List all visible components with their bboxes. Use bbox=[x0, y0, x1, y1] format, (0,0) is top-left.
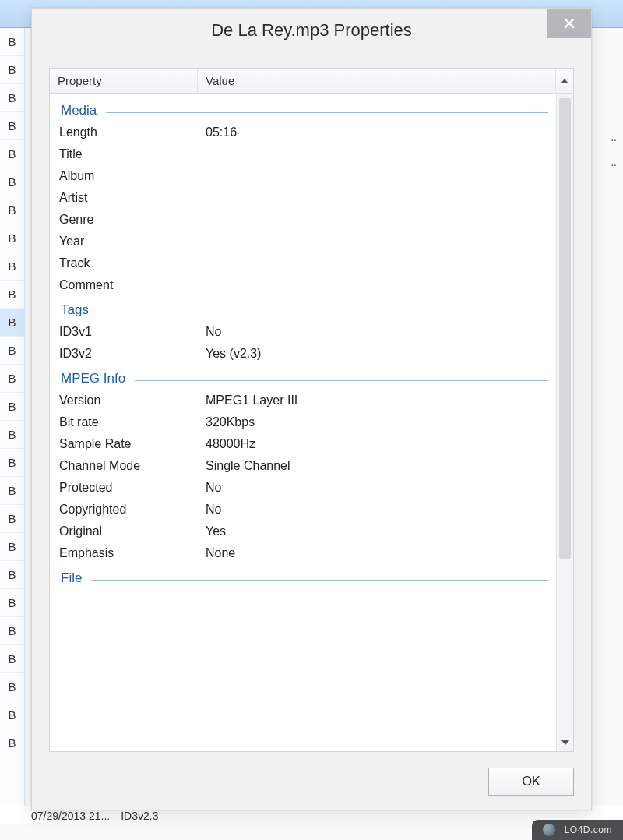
watermark-text: LO4D.com bbox=[565, 824, 612, 835]
property-row[interactable]: Bit rate320Kbps bbox=[50, 411, 556, 433]
property-row[interactable]: VersionMPEG1 Layer III bbox=[50, 390, 556, 411]
section-divider bbox=[91, 580, 548, 581]
parent-list-item: B bbox=[0, 421, 24, 449]
property-row[interactable]: Channel ModeSingle Channel bbox=[50, 455, 556, 477]
property-name: Channel Mode bbox=[58, 459, 206, 473]
parent-list-item: B bbox=[0, 449, 24, 477]
property-name: Emphasis bbox=[58, 546, 206, 560]
section-divider bbox=[98, 312, 548, 312]
globe-icon bbox=[543, 824, 555, 836]
parent-list-item: B bbox=[0, 337, 24, 365]
dialog-titlebar[interactable]: De La Rey.mp3 Properties bbox=[32, 9, 591, 52]
section-header[interactable]: MPEG Info bbox=[50, 365, 556, 390]
chevron-up-icon bbox=[561, 79, 568, 83]
property-value bbox=[206, 191, 548, 205]
parent-list-item: B bbox=[0, 252, 24, 281]
section-divider bbox=[106, 112, 548, 113]
section-header[interactable]: File bbox=[50, 564, 556, 589]
parent-row-date: 07/29/2013 21... bbox=[31, 810, 110, 822]
section-header[interactable]: Tags bbox=[50, 296, 556, 321]
property-row[interactable]: Artist bbox=[50, 187, 556, 209]
section-title: Media bbox=[61, 103, 97, 118]
property-row[interactable]: ProtectedNo bbox=[50, 477, 556, 499]
close-button[interactable] bbox=[547, 9, 591, 38]
property-name: Version bbox=[58, 394, 206, 408]
property-value: No bbox=[206, 325, 548, 339]
property-name: ID3v1 bbox=[58, 325, 206, 339]
scroll-up-button[interactable] bbox=[556, 69, 573, 93]
parent-list-item: B bbox=[0, 28, 24, 56]
properties-dialog: De La Rey.mp3 Properties Property Value … bbox=[31, 8, 592, 810]
watermark: LO4D.com bbox=[532, 820, 623, 840]
vertical-scrollbar[interactable] bbox=[556, 94, 573, 751]
property-row[interactable]: ID3v1No bbox=[50, 321, 556, 343]
property-row[interactable]: Length05:16 bbox=[50, 122, 556, 143]
property-name: Protected bbox=[58, 481, 206, 495]
parent-list-item: B bbox=[0, 393, 24, 421]
scroll-down-button[interactable] bbox=[557, 734, 574, 751]
property-value: None bbox=[206, 546, 548, 560]
parent-list-column: BBBBBBBBBBBBBBBBBBBBBBBBBB bbox=[0, 28, 25, 809]
property-name: Comment bbox=[58, 278, 206, 292]
property-value: Yes (v2.3) bbox=[206, 347, 548, 361]
property-row[interactable]: CopyrightedNo bbox=[50, 499, 556, 521]
column-header-property[interactable]: Property bbox=[50, 69, 198, 93]
property-name: Copyrighted bbox=[58, 503, 206, 517]
property-value: 48000Hz bbox=[206, 437, 548, 451]
parent-list-item: B bbox=[0, 505, 24, 533]
property-name: Sample Rate bbox=[58, 437, 206, 451]
property-value: Single Channel bbox=[206, 459, 548, 473]
property-value bbox=[206, 147, 548, 161]
parent-list-item: B bbox=[0, 533, 24, 561]
listview-body[interactable]: MediaLength05:16TitleAlbumArtistGenreYea… bbox=[50, 94, 556, 751]
property-row[interactable]: ID3v2Yes (v2.3) bbox=[50, 343, 556, 365]
property-value: No bbox=[206, 503, 548, 517]
dialog-button-bar: OK bbox=[32, 758, 591, 810]
property-value: No bbox=[206, 481, 548, 495]
parent-ellipsis: .. .. bbox=[611, 125, 617, 175]
parent-list-item: B bbox=[0, 589, 24, 617]
property-row[interactable]: Album bbox=[50, 165, 556, 187]
property-value bbox=[206, 213, 548, 227]
chevron-down-icon bbox=[561, 740, 569, 745]
property-name: Album bbox=[58, 169, 206, 183]
parent-list-item: B bbox=[0, 617, 24, 645]
section-divider bbox=[135, 380, 548, 381]
ok-button[interactable]: OK bbox=[488, 768, 574, 796]
parent-list-item: B bbox=[0, 701, 24, 729]
property-value: 320Kbps bbox=[206, 415, 548, 429]
parent-list-item: B bbox=[0, 112, 24, 140]
parent-list-item: B bbox=[0, 477, 24, 505]
property-row[interactable]: Sample Rate48000Hz bbox=[50, 433, 556, 455]
section-header[interactable]: Media bbox=[50, 97, 556, 122]
parent-list-item: B bbox=[0, 729, 24, 757]
property-row[interactable]: EmphasisNone bbox=[50, 542, 556, 564]
scrollbar-thumb[interactable] bbox=[559, 98, 571, 559]
dialog-title: De La Rey.mp3 Properties bbox=[211, 20, 412, 41]
property-name: Genre bbox=[58, 213, 206, 227]
property-value bbox=[206, 235, 548, 249]
parent-list-item: B bbox=[0, 309, 24, 337]
property-value: 05:16 bbox=[206, 125, 548, 139]
property-value: MPEG1 Layer III bbox=[206, 394, 548, 408]
property-row[interactable]: OriginalYes bbox=[50, 521, 556, 542]
close-icon bbox=[564, 18, 575, 29]
property-row[interactable]: Genre bbox=[50, 209, 556, 231]
property-row[interactable]: Title bbox=[50, 143, 556, 165]
property-row[interactable]: Comment bbox=[50, 274, 556, 296]
parent-list-item: B bbox=[0, 84, 24, 112]
parent-list-item: B bbox=[0, 168, 24, 196]
property-row[interactable]: Year bbox=[50, 231, 556, 252]
property-name: Bit rate bbox=[58, 415, 206, 429]
property-name: Original bbox=[58, 524, 206, 538]
parent-list-item: B bbox=[0, 561, 24, 589]
property-value bbox=[206, 169, 548, 183]
parent-list-item: B bbox=[0, 140, 24, 168]
column-header-value[interactable]: Value bbox=[198, 69, 556, 93]
property-name: ID3v2 bbox=[58, 347, 206, 361]
section-title: MPEG Info bbox=[61, 371, 125, 386]
parent-list-item: B bbox=[0, 196, 24, 224]
listview-header[interactable]: Property Value bbox=[50, 69, 573, 94]
property-row[interactable]: Track bbox=[50, 252, 556, 274]
property-value: Yes bbox=[206, 524, 548, 538]
